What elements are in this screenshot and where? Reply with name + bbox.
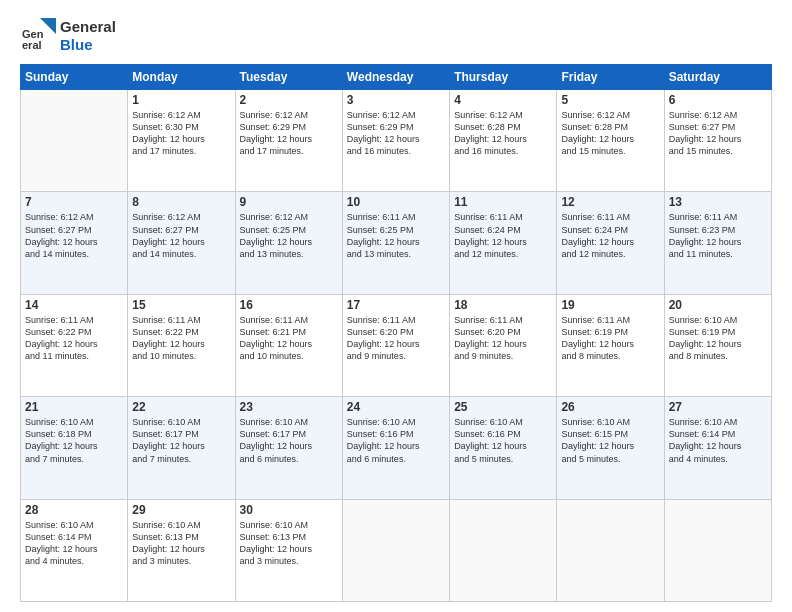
header: Gen eral General Blue — [20, 18, 772, 54]
logo: Gen eral General Blue — [20, 18, 116, 54]
day-number: 11 — [454, 195, 552, 209]
calendar-cell: 27Sunrise: 6:10 AMSunset: 6:14 PMDayligh… — [664, 397, 771, 499]
col-header-thursday: Thursday — [450, 65, 557, 90]
calendar-cell: 16Sunrise: 6:11 AMSunset: 6:21 PMDayligh… — [235, 294, 342, 396]
day-info: Sunrise: 6:10 AMSunset: 6:15 PMDaylight:… — [561, 416, 659, 465]
calendar-cell: 9Sunrise: 6:12 AMSunset: 6:25 PMDaylight… — [235, 192, 342, 294]
calendar-week-row: 1Sunrise: 6:12 AMSunset: 6:30 PMDaylight… — [21, 90, 772, 192]
calendar-cell: 8Sunrise: 6:12 AMSunset: 6:27 PMDaylight… — [128, 192, 235, 294]
col-header-monday: Monday — [128, 65, 235, 90]
day-info: Sunrise: 6:12 AMSunset: 6:28 PMDaylight:… — [561, 109, 659, 158]
day-info: Sunrise: 6:10 AMSunset: 6:17 PMDaylight:… — [132, 416, 230, 465]
svg-text:eral: eral — [22, 39, 42, 51]
logo-blue-text: Blue — [60, 36, 116, 54]
day-number: 21 — [25, 400, 123, 414]
page: Gen eral General Blue SundayMondayTuesda… — [0, 0, 792, 612]
calendar-cell: 20Sunrise: 6:10 AMSunset: 6:19 PMDayligh… — [664, 294, 771, 396]
day-number: 5 — [561, 93, 659, 107]
day-info: Sunrise: 6:12 AMSunset: 6:28 PMDaylight:… — [454, 109, 552, 158]
day-info: Sunrise: 6:11 AMSunset: 6:24 PMDaylight:… — [561, 211, 659, 260]
day-info: Sunrise: 6:10 AMSunset: 6:17 PMDaylight:… — [240, 416, 338, 465]
day-number: 28 — [25, 503, 123, 517]
calendar-cell — [664, 499, 771, 601]
day-info: Sunrise: 6:11 AMSunset: 6:20 PMDaylight:… — [454, 314, 552, 363]
day-info: Sunrise: 6:11 AMSunset: 6:24 PMDaylight:… — [454, 211, 552, 260]
calendar-cell: 26Sunrise: 6:10 AMSunset: 6:15 PMDayligh… — [557, 397, 664, 499]
calendar-cell: 5Sunrise: 6:12 AMSunset: 6:28 PMDaylight… — [557, 90, 664, 192]
day-number: 13 — [669, 195, 767, 209]
day-number: 4 — [454, 93, 552, 107]
day-number: 25 — [454, 400, 552, 414]
day-info: Sunrise: 6:10 AMSunset: 6:14 PMDaylight:… — [25, 519, 123, 568]
calendar-cell: 23Sunrise: 6:10 AMSunset: 6:17 PMDayligh… — [235, 397, 342, 499]
calendar-cell: 7Sunrise: 6:12 AMSunset: 6:27 PMDaylight… — [21, 192, 128, 294]
calendar-cell: 25Sunrise: 6:10 AMSunset: 6:16 PMDayligh… — [450, 397, 557, 499]
calendar-cell — [21, 90, 128, 192]
calendar-cell: 10Sunrise: 6:11 AMSunset: 6:25 PMDayligh… — [342, 192, 449, 294]
calendar-cell — [450, 499, 557, 601]
day-info: Sunrise: 6:12 AMSunset: 6:27 PMDaylight:… — [132, 211, 230, 260]
calendar-cell: 17Sunrise: 6:11 AMSunset: 6:20 PMDayligh… — [342, 294, 449, 396]
calendar-week-row: 14Sunrise: 6:11 AMSunset: 6:22 PMDayligh… — [21, 294, 772, 396]
day-info: Sunrise: 6:10 AMSunset: 6:19 PMDaylight:… — [669, 314, 767, 363]
day-info: Sunrise: 6:11 AMSunset: 6:19 PMDaylight:… — [561, 314, 659, 363]
calendar-cell: 19Sunrise: 6:11 AMSunset: 6:19 PMDayligh… — [557, 294, 664, 396]
calendar-week-row: 7Sunrise: 6:12 AMSunset: 6:27 PMDaylight… — [21, 192, 772, 294]
day-number: 1 — [132, 93, 230, 107]
calendar-cell: 13Sunrise: 6:11 AMSunset: 6:23 PMDayligh… — [664, 192, 771, 294]
calendar-cell: 2Sunrise: 6:12 AMSunset: 6:29 PMDaylight… — [235, 90, 342, 192]
day-number: 19 — [561, 298, 659, 312]
day-info: Sunrise: 6:11 AMSunset: 6:25 PMDaylight:… — [347, 211, 445, 260]
day-info: Sunrise: 6:11 AMSunset: 6:22 PMDaylight:… — [132, 314, 230, 363]
calendar-cell: 6Sunrise: 6:12 AMSunset: 6:27 PMDaylight… — [664, 90, 771, 192]
calendar-week-row: 28Sunrise: 6:10 AMSunset: 6:14 PMDayligh… — [21, 499, 772, 601]
logo-general-text: General — [60, 18, 116, 36]
calendar-cell: 18Sunrise: 6:11 AMSunset: 6:20 PMDayligh… — [450, 294, 557, 396]
calendar-cell — [342, 499, 449, 601]
calendar-cell: 29Sunrise: 6:10 AMSunset: 6:13 PMDayligh… — [128, 499, 235, 601]
day-info: Sunrise: 6:12 AMSunset: 6:30 PMDaylight:… — [132, 109, 230, 158]
calendar-cell: 3Sunrise: 6:12 AMSunset: 6:29 PMDaylight… — [342, 90, 449, 192]
calendar-cell: 4Sunrise: 6:12 AMSunset: 6:28 PMDaylight… — [450, 90, 557, 192]
calendar-cell: 1Sunrise: 6:12 AMSunset: 6:30 PMDaylight… — [128, 90, 235, 192]
general-blue-icon: Gen eral — [20, 18, 56, 54]
day-info: Sunrise: 6:12 AMSunset: 6:25 PMDaylight:… — [240, 211, 338, 260]
calendar-cell: 21Sunrise: 6:10 AMSunset: 6:18 PMDayligh… — [21, 397, 128, 499]
day-info: Sunrise: 6:11 AMSunset: 6:20 PMDaylight:… — [347, 314, 445, 363]
day-number: 27 — [669, 400, 767, 414]
calendar-cell — [557, 499, 664, 601]
calendar-week-row: 21Sunrise: 6:10 AMSunset: 6:18 PMDayligh… — [21, 397, 772, 499]
calendar-table: SundayMondayTuesdayWednesdayThursdayFrid… — [20, 64, 772, 602]
calendar-header-row: SundayMondayTuesdayWednesdayThursdayFrid… — [21, 65, 772, 90]
day-info: Sunrise: 6:12 AMSunset: 6:27 PMDaylight:… — [25, 211, 123, 260]
day-info: Sunrise: 6:10 AMSunset: 6:18 PMDaylight:… — [25, 416, 123, 465]
day-info: Sunrise: 6:12 AMSunset: 6:27 PMDaylight:… — [669, 109, 767, 158]
day-number: 9 — [240, 195, 338, 209]
day-info: Sunrise: 6:12 AMSunset: 6:29 PMDaylight:… — [347, 109, 445, 158]
day-number: 8 — [132, 195, 230, 209]
day-number: 16 — [240, 298, 338, 312]
col-header-sunday: Sunday — [21, 65, 128, 90]
col-header-wednesday: Wednesday — [342, 65, 449, 90]
day-number: 14 — [25, 298, 123, 312]
day-number: 10 — [347, 195, 445, 209]
day-number: 15 — [132, 298, 230, 312]
day-number: 17 — [347, 298, 445, 312]
day-info: Sunrise: 6:12 AMSunset: 6:29 PMDaylight:… — [240, 109, 338, 158]
day-number: 26 — [561, 400, 659, 414]
day-info: Sunrise: 6:10 AMSunset: 6:14 PMDaylight:… — [669, 416, 767, 465]
day-number: 6 — [669, 93, 767, 107]
day-number: 7 — [25, 195, 123, 209]
col-header-saturday: Saturday — [664, 65, 771, 90]
day-number: 24 — [347, 400, 445, 414]
calendar-cell: 14Sunrise: 6:11 AMSunset: 6:22 PMDayligh… — [21, 294, 128, 396]
day-number: 22 — [132, 400, 230, 414]
day-number: 29 — [132, 503, 230, 517]
day-number: 2 — [240, 93, 338, 107]
day-number: 3 — [347, 93, 445, 107]
day-number: 23 — [240, 400, 338, 414]
day-number: 20 — [669, 298, 767, 312]
day-number: 12 — [561, 195, 659, 209]
calendar-cell: 30Sunrise: 6:10 AMSunset: 6:13 PMDayligh… — [235, 499, 342, 601]
day-number: 18 — [454, 298, 552, 312]
